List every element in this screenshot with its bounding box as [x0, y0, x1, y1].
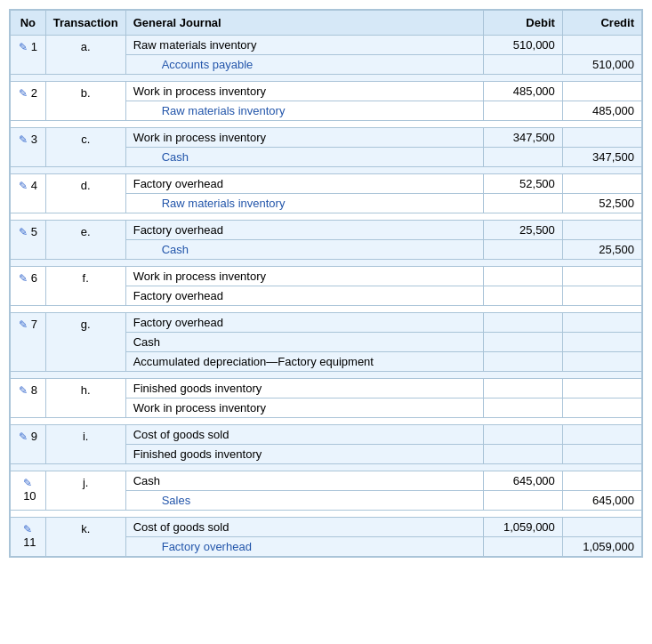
credit-cell — [562, 471, 641, 491]
edit-no-cell: ✎1 — [11, 36, 46, 75]
description-cell: Cash — [125, 471, 483, 491]
edit-icon[interactable]: ✎ — [23, 477, 32, 489]
edit-no-cell: ✎2 — [11, 82, 46, 121]
description-cell: Work in process inventory — [125, 128, 483, 148]
spacer-row — [11, 372, 642, 379]
row-number: 8 — [31, 383, 37, 397]
row-number: 7 — [31, 318, 37, 331]
debit-cell — [483, 491, 562, 511]
edit-icon[interactable]: ✎ — [19, 272, 28, 285]
transaction-cell: b. — [45, 82, 125, 121]
row-number: 4 — [31, 179, 37, 192]
table-row: ✎10j.Cash645,000 — [11, 471, 642, 491]
transaction-cell: k. — [45, 518, 125, 557]
credit-cell — [562, 425, 641, 445]
description-cell: Raw materials inventory — [125, 101, 483, 121]
debit-cell — [483, 286, 562, 306]
credit-cell — [562, 379, 641, 398]
transaction-cell: j. — [45, 471, 125, 511]
credit-cell — [562, 221, 641, 240]
edit-icon[interactable]: ✎ — [19, 87, 28, 100]
description-cell: Factory overhead — [125, 537, 483, 557]
edit-no-cell: ✎10 — [11, 471, 46, 511]
credit-cell: 645,000 — [562, 491, 641, 511]
row-number: 9 — [31, 430, 37, 443]
edit-no-cell: ✎11 — [11, 518, 46, 557]
credit-cell — [562, 398, 641, 418]
table-row: ✎1a.Raw materials inventory510,000 — [11, 36, 642, 55]
credit-cell — [562, 174, 641, 194]
header-no: No — [11, 11, 46, 36]
transaction-cell: d. — [45, 174, 125, 213]
description-cell: Cash — [125, 240, 483, 260]
table-row: ✎11k.Cost of goods sold1,059,000 — [11, 518, 642, 537]
table-row: ✎2b.Work in process inventory485,000 — [11, 82, 642, 101]
debit-cell: 485,000 — [483, 82, 562, 101]
description-cell: Cash — [125, 333, 483, 352]
edit-icon[interactable]: ✎ — [19, 226, 28, 238]
description-cell: Work in process inventory — [125, 267, 483, 286]
description-cell: Factory overhead — [125, 221, 483, 240]
edit-no-cell: ✎4 — [11, 174, 46, 213]
table-row: ✎4d.Factory overhead52,500 — [11, 174, 642, 194]
debit-cell — [483, 398, 562, 418]
credit-cell: 510,000 — [562, 55, 641, 75]
debit-cell: 510,000 — [483, 36, 562, 55]
edit-no-cell: ✎9 — [11, 425, 46, 464]
edit-icon[interactable]: ✎ — [19, 384, 28, 397]
description-cell: Factory overhead — [125, 286, 483, 306]
credit-cell: 52,500 — [562, 194, 641, 213]
credit-cell: 25,500 — [562, 240, 641, 260]
debit-cell: 645,000 — [483, 471, 562, 491]
debit-cell — [483, 55, 562, 75]
row-number: 6 — [31, 271, 37, 285]
row-number: 5 — [31, 225, 37, 238]
description-cell: Factory overhead — [125, 174, 483, 194]
credit-cell — [562, 267, 641, 286]
description-cell: Accumulated depreciation—Factory equipme… — [125, 352, 483, 372]
table-row: ✎9i.Cost of goods sold — [11, 425, 642, 445]
edit-no-cell: ✎6 — [11, 267, 46, 306]
credit-cell — [562, 352, 641, 372]
edit-no-cell: ✎8 — [11, 379, 46, 418]
description-cell: Factory overhead — [125, 313, 483, 333]
description-cell: Cost of goods sold — [125, 518, 483, 537]
spacer-row — [11, 213, 642, 221]
credit-cell — [562, 286, 641, 306]
transaction-cell: a. — [45, 36, 125, 75]
row-number: 10 — [23, 489, 36, 503]
edit-icon[interactable]: ✎ — [19, 180, 28, 192]
table-row: ✎3c.Work in process inventory347,500 — [11, 128, 642, 148]
spacer-row — [11, 167, 642, 174]
table-row: ✎7g.Factory overhead — [11, 313, 642, 333]
transaction-cell: e. — [45, 221, 125, 260]
credit-cell — [562, 313, 641, 333]
credit-cell: 485,000 — [562, 101, 641, 121]
row-number: 11 — [23, 535, 36, 549]
header-transaction: Transaction — [45, 11, 125, 36]
row-number: 1 — [31, 40, 37, 53]
spacer-row — [11, 306, 642, 313]
general-journal-table: No Transaction General Journal Debit Cre… — [10, 10, 642, 557]
description-cell: Work in process inventory — [125, 398, 483, 418]
description-cell: Raw materials inventory — [125, 36, 483, 55]
debit-cell — [483, 267, 562, 286]
transaction-cell: c. — [45, 128, 125, 167]
edit-icon[interactable]: ✎ — [23, 523, 32, 535]
edit-icon[interactable]: ✎ — [19, 431, 28, 443]
spacer-row — [11, 121, 642, 128]
credit-cell — [562, 82, 641, 101]
edit-icon[interactable]: ✎ — [19, 318, 28, 331]
table-row: ✎8h.Finished goods inventory — [11, 379, 642, 398]
credit-cell — [562, 333, 641, 352]
edit-icon[interactable]: ✎ — [19, 133, 28, 146]
spacer-row — [11, 464, 642, 471]
description-cell: Sales — [125, 491, 483, 511]
debit-cell — [483, 445, 562, 464]
debit-cell: 347,500 — [483, 128, 562, 148]
description-cell: Raw materials inventory — [125, 194, 483, 213]
edit-no-cell: ✎3 — [11, 128, 46, 167]
credit-cell — [562, 518, 641, 537]
debit-cell — [483, 313, 562, 333]
edit-icon[interactable]: ✎ — [19, 41, 28, 53]
